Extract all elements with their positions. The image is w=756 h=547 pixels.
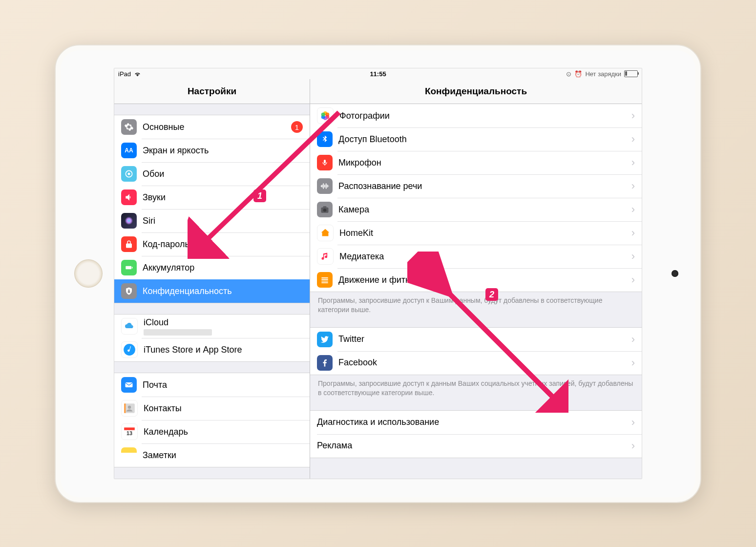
row-календарь[interactable]: 13Календарь — [114, 420, 310, 443]
battery-icon — [624, 70, 638, 77]
row-label: Siri — [143, 216, 303, 226]
detail-title: Конфиденциальность — [310, 79, 642, 104]
row-label: Камера — [338, 205, 628, 215]
display-icon: AA — [121, 143, 137, 158]
footer-text-1: Программы, запросившие доступ к Вашим да… — [310, 292, 642, 316]
facebook-icon — [317, 355, 333, 371]
chevron-right-icon: › — [631, 274, 635, 286]
row-homekit[interactable]: HomeKit› — [310, 221, 642, 245]
row-facebook[interactable]: Facebook› — [310, 351, 642, 375]
row-label: Доступ Bluetooth — [338, 134, 628, 145]
chevron-right-icon: › — [631, 227, 635, 239]
row-звуки[interactable]: Звуки — [114, 186, 310, 209]
priv-icon — [121, 283, 137, 299]
redacted-subtitle — [144, 329, 212, 336]
row-label: Звуки — [143, 192, 303, 203]
notes-icon — [121, 447, 137, 463]
itunes-icon — [121, 341, 138, 358]
battery-label: Нет зарядки — [585, 70, 621, 78]
row-label: Twitter — [338, 334, 628, 344]
pass-icon — [121, 236, 137, 252]
row-почта[interactable]: Почта — [114, 373, 310, 397]
general-icon — [121, 119, 137, 135]
row-label: iCloud — [144, 317, 303, 328]
row-код-пароль[interactable]: Код-пароль — [114, 232, 310, 256]
row-label: Facebook — [338, 358, 628, 368]
row-доступ-bluetooth[interactable]: Доступ Bluetooth› — [310, 127, 642, 151]
homekit-icon — [317, 225, 334, 241]
batt-icon — [121, 260, 137, 275]
footer-text-2: Программы, запросившие доступ к данным В… — [310, 375, 642, 400]
row-обои[interactable]: Обои — [114, 162, 310, 186]
row-label: Фотографии — [339, 111, 628, 121]
row-заметки[interactable]: Заметки — [114, 443, 310, 467]
svg-point-8 — [128, 406, 131, 409]
svg-rect-6 — [126, 382, 133, 387]
siri-icon — [121, 213, 137, 229]
mic-icon — [317, 155, 333, 170]
row-label: Движение и фитнес — [338, 275, 628, 285]
camera-icon — [317, 202, 333, 217]
svg-rect-4 — [132, 267, 133, 268]
row-label: Основные — [143, 122, 291, 132]
row-icloud[interactable]: iCloud — [114, 315, 310, 338]
row-микрофон[interactable]: Микрофон› — [310, 151, 642, 174]
bt-icon — [317, 131, 333, 147]
row-диагностика-и-использование[interactable]: Диагностика и использование› — [310, 411, 642, 434]
row-экран-и-яркость[interactable]: AAЭкран и яркость — [114, 139, 310, 162]
row-движение-и-фитнес[interactable]: Движение и фитнес› — [310, 268, 642, 292]
row-label: Контакты — [144, 403, 303, 414]
screen: iPad 11:55 ⊙ ⏰ Нет зарядки Настройки — [114, 68, 642, 479]
row-twitter[interactable]: Twitter› — [310, 328, 642, 351]
svg-point-2 — [125, 217, 133, 225]
svg-rect-22 — [323, 206, 327, 208]
sound-icon — [121, 189, 137, 205]
row-label: Медиатека — [339, 252, 628, 262]
row-камера[interactable]: Камера› — [310, 198, 642, 221]
row-основные[interactable]: Основные1 — [114, 115, 310, 139]
media-icon — [317, 248, 334, 265]
row-фотографии[interactable]: Фотографии› — [310, 104, 642, 127]
chevron-right-icon: › — [631, 203, 635, 216]
cal-icon: 13 — [121, 423, 138, 440]
row-label: Микрофон — [338, 158, 628, 168]
row-label: Диагностика и использование — [317, 417, 628, 427]
svg-point-1 — [128, 173, 130, 175]
row-label: iTunes Store и App Store — [144, 345, 303, 355]
chevron-right-icon: › — [631, 333, 635, 346]
cloud-icon — [121, 318, 138, 335]
row-конфиденциальность[interactable]: Конфиденциальность — [114, 279, 310, 303]
row-label: Экран и яркость — [143, 146, 303, 156]
row-itunes-store-и-app-store[interactable]: iTunes Store и App Store — [114, 338, 310, 361]
chevron-right-icon: › — [631, 109, 635, 122]
row-распознавание-речи[interactable]: Распознавание речи› — [310, 174, 642, 198]
row-label: HomeKit — [339, 228, 628, 238]
row-label: Конфиденциальность — [143, 286, 303, 296]
row-медиатека[interactable]: Медиатека› — [310, 245, 642, 268]
row-siri[interactable]: Siri — [114, 209, 310, 232]
chevron-right-icon: › — [631, 156, 635, 169]
speech-icon — [317, 178, 333, 194]
svg-rect-19 — [324, 160, 326, 163]
svg-rect-9 — [124, 403, 126, 413]
row-label: Обои — [143, 169, 303, 179]
home-button[interactable] — [74, 259, 103, 288]
status-bar: iPad 11:55 ⊙ ⏰ Нет зарядки — [114, 68, 642, 79]
sidebar-title: Настройки — [114, 79, 310, 104]
row-контакты[interactable]: Контакты — [114, 397, 310, 420]
motion-icon — [317, 272, 333, 288]
contacts-icon — [121, 400, 138, 417]
detail-pane: Конфиденциальность Фотографии›Доступ Blu… — [310, 79, 642, 479]
notification-badge: 1 — [291, 121, 303, 133]
wall-icon — [121, 166, 137, 182]
row-label: Реклама — [317, 441, 628, 451]
settings-sidebar: Настройки Основные1AAЭкран и яркостьОбои… — [114, 79, 310, 479]
row-реклама[interactable]: Реклама› — [310, 434, 642, 458]
row-label: Распознавание речи — [338, 181, 628, 191]
row-аккумулятор[interactable]: Аккумулятор — [114, 256, 310, 279]
clock: 11:55 — [370, 70, 386, 78]
front-camera — [672, 270, 678, 277]
svg-rect-3 — [126, 266, 131, 270]
wifi-icon — [134, 71, 141, 77]
rotation-lock-icon: ⊙ — [566, 70, 571, 78]
